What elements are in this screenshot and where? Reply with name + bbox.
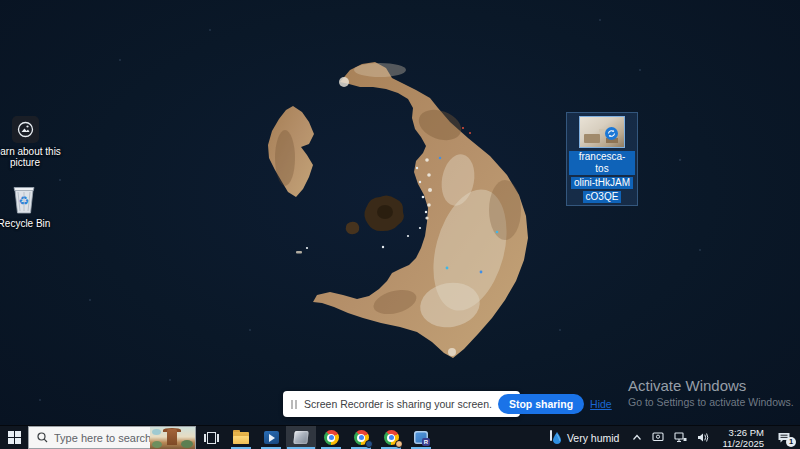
activate-title: Activate Windows [628,377,794,394]
search-input[interactable] [54,432,150,444]
file-name-line: olini-tHkJAM [571,177,633,189]
weather-text: Very humid [567,432,620,444]
start-button[interactable] [0,426,28,449]
recycle-bin-glyph: ♻ [0,183,60,215]
media-player-button[interactable] [256,426,286,449]
notification-count-badge: 1 [786,437,796,447]
file-explorer-button[interactable] [226,426,256,449]
show-hidden-icons-button[interactable] [627,426,647,449]
clock-time: 3:26 PM [729,427,764,438]
search-icon [37,432,48,443]
media-player-icon [264,431,279,444]
glass-window-icon [293,431,308,444]
hide-link[interactable]: Hide [590,398,612,410]
windows-logo-icon [8,431,21,444]
taskbar-search[interactable] [28,426,196,449]
network-tray-icon[interactable] [669,426,692,449]
learn-about-picture-icon[interactable]: Learn about this picture [0,116,61,168]
recycle-bin-label: Recycle Bin [0,218,60,229]
file-name-line: cO3QE [583,191,622,203]
file-name-line: francesca-tos [569,151,635,175]
humidity-droplet-icon [548,430,562,445]
file-explorer-icon [233,432,249,444]
wallpaper-santorini-satellite [0,0,800,425]
volume-tray-icon[interactable] [692,426,715,449]
svg-text:♻: ♻ [19,194,30,208]
screen-recorder-icon: R [414,431,428,444]
activate-windows-watermark: Activate Windows Go to Settings to activ… [628,377,794,408]
task-view-icon [204,432,219,444]
screen-recorder-app-button[interactable]: R [406,426,436,449]
drag-grip-icon[interactable] [291,400,297,409]
chrome-profile-badge [365,440,373,448]
learn-about-picture-label: Learn about this picture [0,146,61,168]
clock[interactable]: 3:26 PM 11/2/2025 [715,426,771,449]
search-highlight-illustration[interactable] [150,427,195,449]
file-thumbnail-image [579,116,625,148]
activate-subtitle: Go to Settings to activate Windows. [628,396,794,408]
santorini-island-art [0,0,800,425]
clock-date: 11/2/2025 [722,438,764,449]
stop-sharing-button[interactable]: Stop sharing [498,394,584,414]
cast-display-icon [652,432,664,443]
chrome-icon [324,430,339,445]
desktop-file-francesca-tosolini[interactable]: francesca-tos olini-tHkJAM cO3QE [566,112,638,206]
weather-widget[interactable]: Very humid [540,426,628,449]
sharing-message: Screen Recorder is sharing your screen. [304,398,492,410]
cast-display-tray-icon[interactable] [647,426,669,449]
cloud-sync-badge-icon [605,126,618,144]
picture-info-icon [12,116,39,143]
recycle-bin-icon[interactable]: ♻ Recycle Bin [0,183,60,229]
chrome-profile3-button[interactable] [376,426,406,449]
system-tray: Very humid [540,426,800,449]
taskbar: R Very humid [0,425,800,449]
desktop-screen: Learn about this picture ♻ Recycle Bin [0,0,800,449]
task-view-button[interactable] [196,426,226,449]
speaker-icon [697,432,710,443]
action-center-button[interactable]: 1 [771,426,800,449]
chrome-profile2-button[interactable] [346,426,376,449]
network-icon [674,432,687,443]
chrome-profile-badge [395,440,403,448]
chrome-button[interactable] [316,426,346,449]
screen-capture-window-button[interactable] [286,426,316,449]
screen-sharing-bar: Screen Recorder is sharing your screen. … [283,391,520,417]
chevron-up-icon [632,434,642,441]
